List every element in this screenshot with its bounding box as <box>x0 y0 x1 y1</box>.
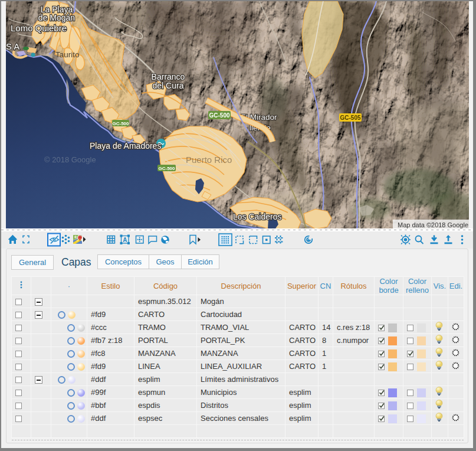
svg-text:A: A <box>123 237 127 243</box>
svg-text:GC-505: GC-505 <box>340 115 360 121</box>
svg-text:Playa de Amadores: Playa de Amadores <box>90 141 161 151</box>
svg-text:S A: S A <box>6 41 19 51</box>
svg-text:© 2018 Google: © 2018 Google <box>44 155 96 164</box>
svg-text:Los Caideros: Los Caideros <box>233 212 282 221</box>
svg-text:del Cura: del Cura <box>153 81 184 90</box>
svg-text:Barranco: Barranco <box>152 72 185 81</box>
svg-text:GC-500: GC-500 <box>112 121 129 126</box>
svg-text:de Mogán: de Mogán <box>38 13 75 22</box>
svg-text:Taurito: Taurito <box>55 50 80 59</box>
svg-text:GC-500: GC-500 <box>209 112 229 119</box>
svg-text:Map data ©2018 Google: Map data ©2018 Google <box>398 221 468 228</box>
svg-text:Puerto Rico: Puerto Rico <box>186 155 232 165</box>
svg-text:Lomo Quiebre: Lomo Quiebre <box>11 23 67 33</box>
svg-text:GC-500: GC-500 <box>158 166 175 171</box>
